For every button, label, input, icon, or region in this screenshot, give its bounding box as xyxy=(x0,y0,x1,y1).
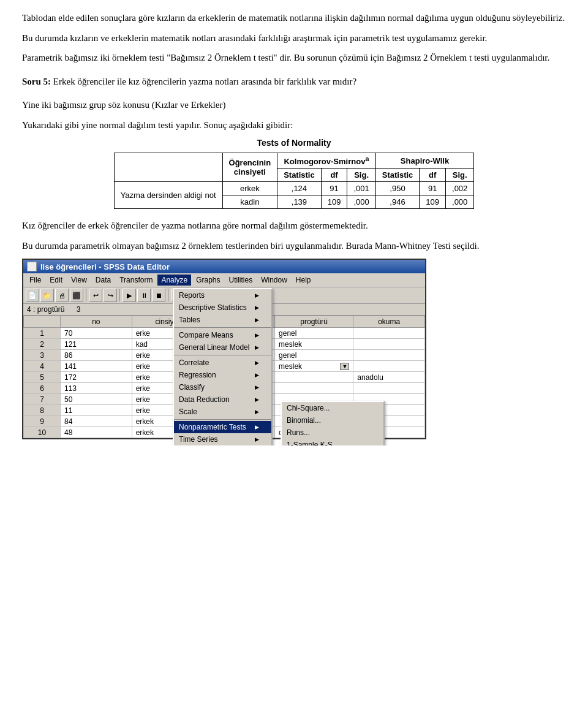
menu-item-data-reduction[interactable]: Data Reduction▶ xyxy=(174,393,271,406)
submenu-runs[interactable]: Runs... xyxy=(282,426,383,439)
subheader-sw-df: df xyxy=(420,169,446,182)
analyze-dropdown[interactable]: Reports▶ Descriptive Statistics▶ Tables▶… xyxy=(173,288,273,445)
cell-progturu[interactable]: meslek xyxy=(275,339,353,350)
menu-item-nonparametric[interactable]: Nonparametric Tests▶ xyxy=(174,421,271,433)
menu-window[interactable]: Window xyxy=(257,275,291,286)
paragraph-2: Bu durumda kızların ve erkeklerin matema… xyxy=(22,31,566,45)
menu-item-tables[interactable]: Tables▶ xyxy=(174,314,271,326)
spss-titlebar: lise öğrencileri - SPSS Data Editor xyxy=(23,260,425,273)
submenu-1sample-ks[interactable]: 1-Sample K-S... xyxy=(282,439,383,445)
menu-item-regression[interactable]: Regression▶ xyxy=(174,369,271,381)
cell-rownum: 1 xyxy=(24,328,61,339)
menu-file[interactable]: File xyxy=(26,275,45,286)
col-header-subject xyxy=(114,153,222,182)
sw-df: 91 xyxy=(420,182,446,195)
menu-help[interactable]: Help xyxy=(292,275,315,286)
cell-okuma[interactable]: anadolu xyxy=(353,372,425,383)
cell-rownum: 2 xyxy=(24,339,61,350)
cell-progturu[interactable]: genel xyxy=(275,350,353,361)
toolbar-btn5[interactable]: ⏹ xyxy=(152,289,165,302)
cell-okuma[interactable] xyxy=(353,339,425,350)
menu-item-compare[interactable]: Compare Means▶ xyxy=(174,329,271,341)
submenu-chi-square[interactable]: Chi-Square... xyxy=(282,402,383,414)
sw-sig: ,002 xyxy=(446,182,474,195)
spss-window-icon xyxy=(27,262,37,271)
cell-no[interactable]: 121 xyxy=(61,339,132,350)
normality-table-container: Tests of Normality Öğrencinincinsiyeti K… xyxy=(22,138,566,209)
cell-no[interactable]: 70 xyxy=(61,328,132,339)
row-gender: erkek xyxy=(222,182,277,195)
cell-no[interactable]: 50 xyxy=(61,394,132,405)
menu-transform[interactable]: Transform xyxy=(116,275,156,286)
menu-item-time-series[interactable]: Time Series▶ xyxy=(174,433,271,445)
col-header-gender: Öğrencinincinsiyeti xyxy=(222,153,277,182)
cell-progturu[interactable]: genel xyxy=(275,328,353,339)
spss-menubar[interactable]: File Edit View Data Transform Analyze Gr… xyxy=(23,273,425,287)
paragraph-6: Yukarıdaki gibi yine normal dağılım test… xyxy=(22,118,566,132)
toolbar-btn3[interactable]: ▶ xyxy=(123,289,136,302)
normality-table: Öğrencinincinsiyeti Kolmogorov-Smirnova … xyxy=(114,153,475,209)
menu-sep-1 xyxy=(174,327,271,328)
col-header-ks: Kolmogorov-Smirnova xyxy=(277,153,376,169)
cell-progturu[interactable]: meslek ▼ xyxy=(275,361,353,372)
toolbar-sep-1 xyxy=(86,289,86,301)
sw-df: 109 xyxy=(420,195,446,209)
col-header-no: no xyxy=(61,316,132,328)
cell-no[interactable]: 11 xyxy=(61,405,132,416)
toolbar-undo[interactable]: ↩ xyxy=(89,289,102,302)
subheader-sw-stat: Statistic xyxy=(375,169,420,182)
menu-utilities[interactable]: Utilities xyxy=(225,275,256,286)
cell-rownum: 9 xyxy=(24,416,61,427)
menu-item-glm[interactable]: General Linear Model▶ xyxy=(174,341,271,354)
cell-progturu[interactable] xyxy=(275,383,353,394)
menu-view[interactable]: View xyxy=(67,275,91,286)
sw-stat: ,950 xyxy=(375,182,420,195)
menu-item-correlate[interactable]: Correlate▶ xyxy=(174,357,271,369)
cell-okuma[interactable] xyxy=(353,361,425,372)
col-header-progtürü: progtürü xyxy=(275,316,353,328)
menu-item-classify[interactable]: Classify▶ xyxy=(174,381,271,393)
toolbar-new[interactable]: 📄 xyxy=(26,289,39,302)
cell-no[interactable]: 48 xyxy=(61,427,132,438)
submenu-binomial[interactable]: Binomial... xyxy=(282,414,383,426)
toolbar-redo[interactable]: ↪ xyxy=(104,289,117,302)
cell-no[interactable]: 141 xyxy=(61,361,132,372)
cell-no[interactable]: 172 xyxy=(61,372,132,383)
ks-sig: ,000 xyxy=(347,195,375,209)
cell-no[interactable]: 113 xyxy=(61,383,132,394)
analyze-menu[interactable]: Reports▶ Descriptive Statistics▶ Tables▶… xyxy=(173,288,273,445)
menu-item-scale[interactable]: Scale▶ xyxy=(174,406,271,418)
menu-item-descriptive[interactable]: Descriptive Statistics▶ xyxy=(174,301,271,314)
menu-item-reports[interactable]: Reports▶ xyxy=(174,289,271,301)
cell-rownum: 4 xyxy=(24,361,61,372)
cell-rownum: 3 xyxy=(24,350,61,361)
subheader-ks-sig: Sig. xyxy=(347,169,375,182)
toolbar-another[interactable]: ⬛ xyxy=(70,289,83,302)
sw-sig: ,000 xyxy=(446,195,474,209)
toolbar-open[interactable]: 📁 xyxy=(40,289,54,302)
subheader-ks-df: df xyxy=(321,169,347,182)
cell-no[interactable]: 86 xyxy=(61,350,132,361)
cell-rownum: 10 xyxy=(24,427,61,438)
cell-progturu[interactable] xyxy=(275,372,353,383)
toolbar-print[interactable]: 🖨 xyxy=(55,289,69,302)
menu-graphs[interactable]: Graphs xyxy=(192,275,224,286)
paragraph-4: Soru 5: Erkek öğrenciler ile kız öğrenci… xyxy=(22,75,566,89)
paragraph-5: Yine iki bağımsız grup söz konusu (Kızla… xyxy=(22,98,566,112)
nonparametric-submenu[interactable]: Chi-Square... Binomial... Runs... 1-Samp… xyxy=(281,401,385,445)
table-title: Tests of Normality xyxy=(22,138,566,148)
ks-stat: ,124 xyxy=(277,182,322,195)
cell-okuma[interactable] xyxy=(353,383,425,394)
toolbar-sep-2 xyxy=(119,289,120,301)
menu-analyze[interactable]: Analyze xyxy=(157,275,191,286)
spss-window: lise öğrencileri - SPSS Data Editor File… xyxy=(22,259,426,439)
menu-edit[interactable]: Edit xyxy=(46,275,66,286)
menu-data[interactable]: Data xyxy=(92,275,115,286)
cell-okuma[interactable] xyxy=(353,350,425,361)
toolbar-btn4[interactable]: ⏸ xyxy=(137,289,151,302)
cell-okuma[interactable] xyxy=(353,328,425,339)
subheader-ks-stat: Statistic xyxy=(277,169,322,182)
paragraph-1: Tablodan elde edilen sonuçlara göre kızl… xyxy=(22,11,566,25)
cell-no[interactable]: 84 xyxy=(61,416,132,427)
col-header-sw: Shapiro-Wilk xyxy=(375,153,474,169)
